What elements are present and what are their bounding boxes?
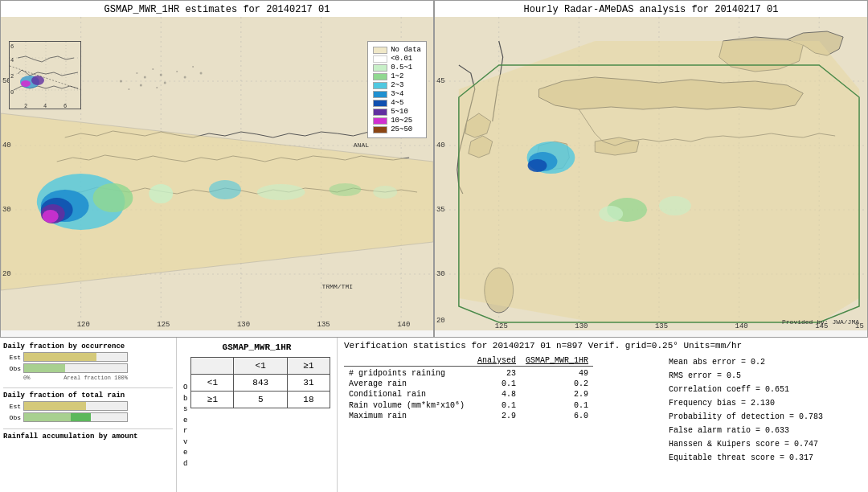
legend-item-1025: 10~25 (373, 117, 421, 125)
axis-0-label: 0% (23, 375, 30, 381)
svg-text:20: 20 (436, 317, 445, 325)
anal-label: ANAL (354, 141, 369, 149)
legend-color-12 (373, 73, 387, 80)
contingency-val-10: 5 (234, 392, 287, 408)
rain-chart-title: Daily fraction of total rain (3, 392, 173, 400)
stats-row-val2: 49 (521, 368, 593, 379)
contingency-val-01: 31 (287, 375, 330, 392)
legend-label-nodata: No data (391, 46, 421, 54)
chart-divider-1 (3, 387, 173, 388)
svg-text:130: 130 (237, 321, 250, 329)
right-stat-item: Correlation coeff = 0.651 (669, 383, 862, 396)
contingency-empty-header (191, 358, 234, 375)
right-stat-item: Mean abs error = 0.2 (669, 355, 862, 369)
stats-left: Analysed GSMAP_MWR_1HR # gridpoints rain… (344, 355, 653, 465)
est-bar-fill (24, 353, 96, 361)
occurrence-chart-title: Daily fraction by occurrence (3, 342, 173, 351)
right-stat-item: Hanssen & Kuipers score = 0.747 (669, 437, 862, 451)
legend-color-510 (373, 109, 387, 116)
legend-color-1025 (373, 117, 387, 125)
svg-text:4: 4 (43, 103, 47, 109)
legend-color-2550 (373, 126, 387, 133)
rain-obs-green-fill (71, 413, 92, 421)
svg-text:20: 20 (2, 270, 11, 278)
stats-col-analysed: Analysed (473, 355, 521, 367)
stats-row-label: # gridpoints raining (344, 368, 473, 379)
svg-point-34 (93, 183, 133, 212)
svg-text:125: 125 (157, 321, 170, 329)
trmm-label: TRMM/TMI (322, 283, 353, 290)
svg-text:45: 45 (436, 77, 445, 85)
stats-row-val1: 4.8 (473, 389, 521, 400)
svg-point-43 (152, 68, 154, 70)
main-container: GSMAP_MWR_1HR estimates for 20140217 01 (0, 0, 868, 492)
stats-data-row: Average rain 0.1 0.2 (344, 379, 593, 389)
obs-vertical-label: Observed (183, 383, 187, 469)
stats-row-label: Rain volume (mm*km²x10⁶) (344, 400, 473, 411)
svg-text:135: 135 (317, 321, 330, 329)
right-stat-item: RMS error = 0.5 (669, 369, 862, 383)
contingency-row-less1: <1 843 31 (191, 375, 330, 392)
rain-est-bar-fill (24, 402, 86, 410)
obs-bar-fill (24, 364, 65, 372)
legend-label-34: 3~4 (391, 90, 403, 98)
maps-section: GSMAP_MWR_1HR estimates for 20140217 01 (0, 0, 868, 338)
svg-text:35: 35 (436, 206, 445, 214)
legend-item-051: 0.5~1 (373, 64, 421, 72)
svg-point-42 (144, 76, 146, 79)
left-map-area: 6 4 2 0 2 4 6 (1, 17, 433, 330)
stats-data-row: Conditional rain 4.8 2.9 (344, 389, 593, 400)
stats-row-val2: 0.2 (521, 379, 593, 389)
legend-item-12: 1~2 (373, 72, 421, 80)
svg-text:2: 2 (10, 73, 14, 80)
legend-label-001: <0.01 (391, 55, 412, 63)
svg-point-33 (43, 210, 59, 223)
legend-label-12: 1~2 (391, 72, 403, 80)
svg-point-52 (164, 82, 166, 84)
contingency-row-geq1: ≥1 5 18 (191, 392, 330, 408)
stats-row-label: Conditional rain (344, 389, 473, 400)
right-map-svg: 45 40 35 30 20 125 130 135 140 145 15 (435, 17, 867, 330)
accumulation-chart-title: Rainfall accumulation by amount (3, 433, 173, 441)
rain-obs-label: Obs (3, 414, 21, 421)
svg-text:4: 4 (10, 57, 14, 64)
svg-point-50 (140, 84, 142, 87)
stats-row-val1: 0.1 (473, 400, 521, 411)
legend-item-nodata: No data (373, 46, 421, 54)
svg-text:40: 40 (2, 141, 11, 150)
obs-label: Obs (3, 365, 21, 372)
occurrence-bar-chart: Est Obs 0% Areal fraction 100% (3, 352, 173, 381)
svg-point-86 (659, 196, 691, 215)
svg-point-36 (209, 180, 241, 199)
svg-point-35 (149, 184, 173, 203)
legend-item-23: 2~3 (373, 81, 421, 89)
left-map-panel: GSMAP_MWR_1HR estimates for 20140217 01 (0, 0, 434, 338)
stats-panel: Verification statistics for 20140217 01 … (338, 338, 868, 492)
stats-row-val1: 2.9 (473, 411, 521, 421)
legend: No data <0.01 0.5~1 1~2 (367, 41, 427, 138)
svg-text:2: 2 (24, 103, 27, 109)
stats-table-header-row: Analysed GSMAP_MWR_1HR (344, 355, 593, 367)
est-bar-row: Est (3, 352, 173, 362)
obs-bar-container (23, 363, 128, 373)
svg-point-51 (156, 87, 158, 88)
svg-marker-79 (459, 41, 859, 322)
stats-row-val2: 0.1 (521, 400, 593, 411)
legend-item-001: <0.01 (373, 55, 421, 63)
legend-label-45: 4~5 (391, 99, 403, 107)
left-map-title: GSMAP_MWR_1HR estimates for 20140217 01 (1, 1, 433, 17)
svg-point-46 (184, 76, 186, 79)
right-map-panel: Hourly Radar-AMeDAS analysis for 2014021… (434, 0, 868, 338)
stats-columns: Analysed GSMAP_MWR_1HR # gridpoints rain… (344, 355, 862, 465)
svg-text:0: 0 (10, 89, 14, 96)
stats-data-row: # gridpoints raining 23 49 (344, 368, 593, 379)
stats-col-gsmap: GSMAP_MWR_1HR (521, 355, 593, 367)
rain-est-bar-row: Est (3, 401, 173, 411)
legend-label-510: 5~10 (391, 108, 408, 116)
svg-text:40: 40 (436, 141, 445, 150)
obs-bar-row: Obs (3, 363, 173, 373)
svg-point-39 (373, 186, 397, 199)
svg-point-49 (128, 88, 129, 90)
legend-item-45: 4~5 (373, 99, 421, 107)
est-bar-container (23, 352, 128, 362)
